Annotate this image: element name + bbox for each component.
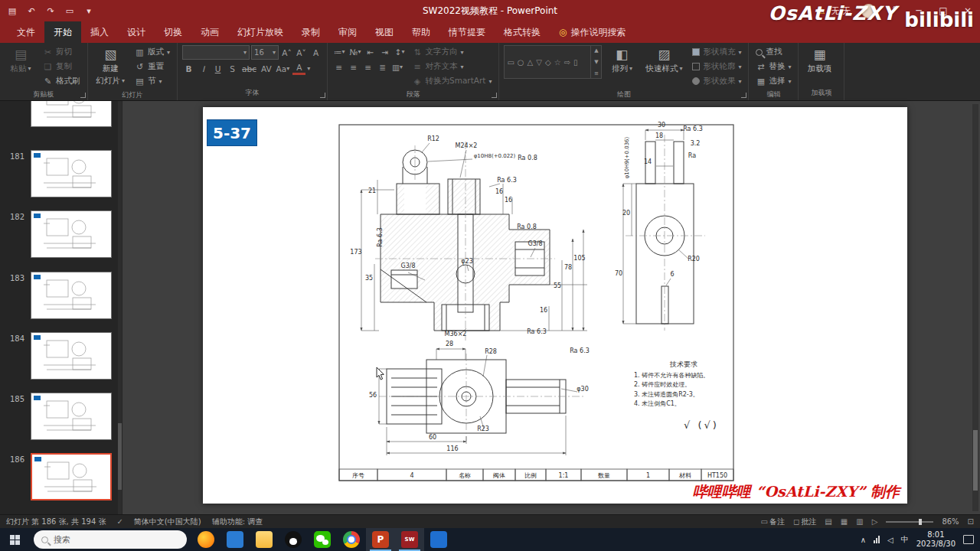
start-button[interactable] [0,528,29,551]
close-button[interactable]: × [956,0,980,21]
tab-审阅[interactable]: 审阅 [329,21,366,43]
numbering-button[interactable]: №▾ [348,45,363,58]
decrease-indent-button[interactable]: ⇤ [364,45,377,58]
tab-录制[interactable]: 录制 [292,21,329,43]
slide-thumbnail-181[interactable] [31,150,112,197]
align-right-button[interactable]: ≡ [361,60,374,73]
columns-button[interactable]: ▥▾ [390,60,404,73]
replace-button[interactable]: ⇄替换▾ [753,60,793,73]
tray-expand-icon[interactable]: ∧ [861,536,866,544]
tab-文件[interactable]: 文件 [8,21,44,43]
strikethrough-button[interactable]: abc [240,62,258,75]
bullets-button[interactable]: ≔▾ [332,45,347,58]
taskbar-app-paint[interactable] [424,528,453,551]
volume-icon[interactable]: ◁ [887,536,893,544]
taskbar-app-solidworks[interactable]: SW [395,528,424,551]
slide-thumbnail-partial[interactable] [31,101,112,127]
clipboard-dialog-launcher-icon[interactable] [80,93,86,98]
taskbar-app-folder[interactable] [250,528,279,551]
new-slide-button[interactable]: ▧ 新建 幻灯片▾ [93,45,129,89]
zoom-level[interactable]: 86% [942,517,959,526]
copy-button[interactable]: ❏复制 [41,60,83,73]
slide-186[interactable]: R12M24×2φ10H8(+0.022)Ra 0.8Ra 6.32116161… [203,107,907,504]
font-name-combo[interactable]: ▾ [182,45,250,60]
taskbar-app-hot-search[interactable] [191,528,220,551]
redo-icon[interactable]: ↷ [41,2,60,20]
notes-button[interactable]: ▭备注 [761,517,785,527]
font-color-button[interactable]: A [292,62,305,75]
tab-开始[interactable]: 开始 [44,21,81,43]
increase-font-button[interactable]: A˄ [280,46,293,59]
minimize-button[interactable]: ─ [906,0,931,21]
arrange-button[interactable]: ◧排列▾ [606,45,638,77]
thumbnail-scrollbar[interactable] [118,101,122,514]
taskbar-app-file-manager[interactable] [220,528,250,551]
justify-button[interactable]: ≣ [376,60,389,73]
cut-button[interactable]: ✂剪切 [41,45,83,59]
font-size-combo[interactable]: 16▾ [251,45,279,60]
line-spacing-button[interactable]: ↕▾ [393,45,406,58]
change-case-button[interactable]: Aa▾ [275,62,292,75]
smartart-button[interactable]: ◈转换为SmartArt▾ [410,74,494,88]
canvas-scrollbar[interactable] [972,104,978,511]
slide-thumbnail-183[interactable] [31,272,112,319]
fit-to-window-icon[interactable]: ⊡ [968,517,974,526]
start-slideshow-icon[interactable]: ▭ [60,2,79,20]
clear-formatting-button[interactable]: A [309,46,322,59]
normal-view-icon[interactable]: ▤ [825,517,831,526]
decrease-font-button[interactable]: A˅ [295,46,308,59]
tab-幻灯片放映[interactable]: 幻灯片放映 [228,21,292,43]
paragraph-dialog-launcher-icon[interactable] [492,93,497,98]
increase-indent-button[interactable]: ⇥ [378,45,391,58]
spellcheck-icon[interactable]: ✓ [116,517,122,526]
character-spacing-button[interactable]: AV [260,62,273,75]
tab-情节提要[interactable]: 情节提要 [439,21,495,43]
undo-icon[interactable]: ↶ [22,2,41,20]
slide-thumbnail-185[interactable] [31,393,112,440]
account-name[interactable]: 无 无 [831,5,851,17]
tab-设计[interactable]: 设计 [118,21,155,43]
taskbar-app-qq[interactable] [279,528,308,551]
paste-button[interactable]: ▤ 粘贴▾ [5,45,37,77]
underline-button[interactable]: U [211,62,224,75]
shape-outline-button[interactable]: 形状轮廓▾ [690,60,743,73]
shape-effects-button[interactable]: 形状效果▾ [690,74,743,88]
align-text-button[interactable]: ≡对齐文本▾ [410,60,494,73]
slide-thumbnail-182[interactable] [31,210,112,258]
ime-indicator[interactable]: 中 [901,534,909,545]
thumbnail-scrollbar-thumb[interactable] [118,423,122,489]
taskbar-app-chrome[interactable] [337,528,366,551]
tab-格式转换[interactable]: 格式转换 [495,21,550,43]
customize-qat-icon[interactable]: ▾ [80,2,98,20]
network-icon[interactable] [874,536,880,543]
bold-button[interactable]: B [182,62,195,75]
tab-插入[interactable]: 插入 [81,21,118,43]
slide-thumbnail-186[interactable] [31,453,112,500]
tab-帮助[interactable]: 帮助 [403,21,439,43]
taskbar-app-wechat[interactable] [308,528,337,551]
tell-me-search[interactable]: ◎ 操作说明搜索 [550,21,635,43]
taskbar-search-input[interactable]: 搜索 [34,530,187,549]
quick-styles-button[interactable]: ▨快速样式▾ [642,45,686,77]
reset-button[interactable]: ↺重置 [132,60,172,73]
ribbon-options-icon[interactable]: ˄ [882,0,906,21]
text-shadow-button[interactable]: S [226,62,239,75]
canvas-scrollbar-thumb[interactable] [973,430,978,491]
drawing-dialog-launcher-icon[interactable] [741,93,746,98]
font-dialog-launcher-icon[interactable] [320,93,325,98]
align-center-button[interactable]: ≡ [347,60,360,73]
tab-动画[interactable]: 动画 [191,21,228,43]
layout-button[interactable]: ▥版式▾ [132,45,172,59]
shape-fill-button[interactable]: 形状填充▾ [690,45,743,59]
user-avatar[interactable] [861,4,876,18]
addins-button[interactable]: ▦加载项 [803,45,835,77]
accessibility-status[interactable]: 辅助功能: 调查 [212,517,263,527]
format-painter-button[interactable]: ✎格式刷 [41,74,83,88]
slide-thumbnail-184[interactable] [31,332,112,380]
shapes-gallery[interactable]: ▭○△▽◇☆⇨▯ ▲▼≡ [504,45,602,79]
text-direction-button[interactable]: ⇅文字方向▾ [410,45,494,59]
comments-button[interactable]: ◻批注 [793,517,816,527]
tab-视图[interactable]: 视图 [366,21,403,43]
align-left-button[interactable]: ≡ [332,60,345,73]
shapes-gallery-scroll[interactable]: ▲▼≡ [590,46,601,78]
